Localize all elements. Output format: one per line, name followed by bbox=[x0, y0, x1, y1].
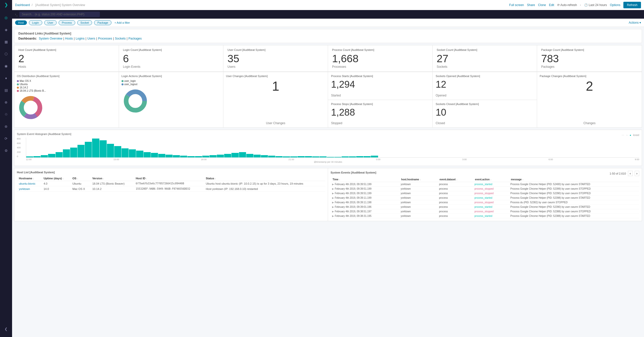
filter-host[interactable]: Host bbox=[15, 20, 27, 25]
histogram-bar bbox=[100, 140, 107, 157]
stat-user-label: Users bbox=[227, 65, 324, 69]
search-prompt: ›_ bbox=[15, 13, 18, 16]
histogram-x-axis: 12:0015:0018:0021:000:003:006:009:00 bbox=[17, 158, 639, 161]
sidebar-item-management[interactable]: ⚙ bbox=[2, 147, 10, 155]
col-os[interactable]: OS bbox=[70, 176, 90, 181]
user-changes-title: User Changes [Auditbeat System] bbox=[226, 75, 268, 78]
share-button[interactable]: Share bbox=[527, 3, 535, 7]
actions-menu[interactable]: Actions ▾ bbox=[629, 21, 641, 24]
sidebar-item-uptime[interactable]: ♲ bbox=[2, 110, 10, 118]
col-host-id[interactable]: Host ID bbox=[134, 176, 204, 181]
col-hostname[interactable]: Hostname bbox=[17, 176, 42, 181]
edit-button[interactable]: Edit bbox=[549, 3, 554, 7]
histogram-bar bbox=[56, 152, 63, 157]
topbar-actions: Full screen Share Clone Edit ⟳ Auto-refr… bbox=[509, 2, 641, 8]
histogram-bar bbox=[33, 156, 41, 157]
fullscreen-button[interactable]: Full screen bbox=[509, 3, 524, 7]
cell-message: Process du (PID: 52382) by user cwurm ST… bbox=[509, 200, 639, 205]
options-button[interactable]: Options bbox=[610, 3, 620, 7]
histogram-bar bbox=[283, 156, 290, 157]
expand-arrow[interactable]: ▶ bbox=[332, 210, 334, 213]
filter-user[interactable]: User bbox=[44, 20, 57, 25]
col-uptime[interactable]: Uptime (days) bbox=[42, 176, 70, 181]
cell-message: Process Google Chrome Helper (PID: 52390… bbox=[509, 191, 639, 196]
col-event-message[interactable]: message bbox=[509, 177, 639, 182]
os-donut-chart bbox=[17, 94, 45, 121]
dashboards-label: Dashboards: bbox=[18, 37, 37, 40]
expand-arrow[interactable]: ▶ bbox=[332, 206, 334, 208]
link-users[interactable]: Users bbox=[87, 37, 95, 40]
cell-uptime: 14.0 bbox=[42, 186, 70, 192]
link-packages[interactable]: Packages bbox=[129, 37, 142, 40]
histogram-bars bbox=[26, 138, 639, 158]
col-event-hostname[interactable]: host.hostname bbox=[399, 177, 437, 182]
histogram-bar bbox=[63, 149, 70, 157]
sidebar-item-monitoring[interactable]: ⟳ bbox=[2, 134, 10, 143]
events-prev-button[interactable]: ‹ bbox=[628, 171, 632, 176]
search-input[interactable] bbox=[19, 12, 100, 17]
sidebar-item-ml[interactable]: ♦ bbox=[2, 74, 10, 82]
expand-arrow[interactable]: ▶ bbox=[332, 192, 334, 195]
cell-hostname: yorktown bbox=[399, 205, 437, 209]
sidebar-item-dev-tools[interactable]: ⊛ bbox=[2, 122, 10, 130]
filter-socket[interactable]: Socket bbox=[77, 20, 92, 25]
link-processes[interactable]: Processes bbox=[98, 37, 112, 40]
cell-dataset: process bbox=[437, 214, 473, 218]
cell-hostname: yorktown bbox=[399, 187, 437, 191]
sidebar-item-visualize[interactable]: ◈ bbox=[2, 26, 10, 34]
cell-dataset: process bbox=[437, 191, 473, 196]
stat-package-count: Package Count [Auditbeat System] 783 Pac… bbox=[537, 45, 642, 72]
cell-message: Process Google Chrome Helper (PID: 52400… bbox=[509, 182, 639, 187]
expand-arrow[interactable]: ▶ bbox=[332, 187, 334, 190]
stat-socket-number: 27 bbox=[437, 53, 533, 64]
searchbar: ›_ bbox=[12, 10, 644, 19]
clone-button[interactable]: Clone bbox=[538, 3, 546, 7]
chevron-left-icon[interactable]: ‹ bbox=[580, 3, 581, 7]
cell-action: process_stopped bbox=[473, 209, 509, 214]
cell-time: ▶ February 4th 2019, 09:38:31.195 bbox=[331, 214, 399, 218]
breadcrumb-dashboard[interactable]: Dashboard bbox=[15, 3, 30, 7]
expand-arrow[interactable]: ▶ bbox=[332, 196, 334, 199]
link-logins[interactable]: Logins bbox=[76, 37, 85, 40]
filter-package[interactable]: Package bbox=[94, 20, 111, 25]
refresh-button[interactable]: Refresh bbox=[623, 2, 641, 8]
col-status[interactable]: Status bbox=[204, 176, 325, 181]
filter-login[interactable]: Login bbox=[29, 20, 42, 25]
link-system-overview[interactable]: System Overview bbox=[39, 37, 62, 40]
sidebar-item-canvas[interactable]: ⬡ bbox=[2, 50, 10, 58]
histogram-bar bbox=[371, 156, 378, 157]
expand-arrow[interactable]: ▶ bbox=[332, 183, 334, 186]
stat-process-count: Process Count [Auditbeat System] 1,668 P… bbox=[328, 45, 433, 72]
os-legend: Mac OS X Ubuntu 16.14.2 18.04.1 LTS (Bio… bbox=[17, 80, 116, 92]
link-sockets[interactable]: Sockets bbox=[115, 37, 126, 40]
sidebar-item-maps[interactable]: ◉ bbox=[2, 62, 10, 70]
login-donut-chart bbox=[122, 87, 149, 115]
col-event-action[interactable]: event.action bbox=[473, 177, 509, 182]
sidebar-item-infra[interactable]: ▤ bbox=[2, 86, 10, 94]
expand-arrow[interactable]: ▶ bbox=[332, 201, 334, 204]
sidebar-item-dashboard[interactable]: ▦ bbox=[2, 38, 10, 46]
table-row: ▶ February 4th 2019, 09:39:51.199 yorkto… bbox=[331, 182, 639, 187]
col-time[interactable]: Time bbox=[331, 177, 399, 182]
expand-arrow[interactable]: ▶ bbox=[332, 215, 334, 217]
filter-process[interactable]: Process bbox=[59, 20, 75, 25]
stats-row-1: Host Count [Auditbeat System] 2 Hosts Lo… bbox=[14, 45, 642, 72]
histogram-bar bbox=[151, 153, 158, 157]
sidebar-item-apm[interactable]: ⊕ bbox=[2, 98, 10, 106]
sockets-closed-number: 10 bbox=[436, 108, 534, 117]
cell-version: 10.14.2 bbox=[90, 186, 134, 192]
sidebar-item-discover[interactable]: ◎ bbox=[2, 14, 10, 22]
col-event-dataset[interactable]: event.dataset bbox=[437, 177, 473, 182]
time-range: 🕐 Last 24 hours bbox=[584, 3, 607, 7]
col-version[interactable]: Version bbox=[90, 176, 134, 181]
host-list-header: Hostname Uptime (days) OS Version Host I… bbox=[17, 176, 325, 181]
cell-hostname: yorktown bbox=[399, 209, 437, 214]
add-filter-button[interactable]: + Add a filter bbox=[114, 21, 130, 24]
events-next-button[interactable]: › bbox=[635, 171, 639, 176]
sidebar-collapse-button[interactable]: ❮ bbox=[2, 325, 10, 333]
content-area: Dashboard Links [Auditbeat System] Dashb… bbox=[12, 27, 644, 337]
package-changes-label: Changes bbox=[583, 121, 595, 125]
link-hosts[interactable]: Hosts bbox=[65, 37, 73, 40]
stat-host-label: Hosts bbox=[18, 65, 115, 69]
histogram-bar bbox=[122, 148, 129, 157]
